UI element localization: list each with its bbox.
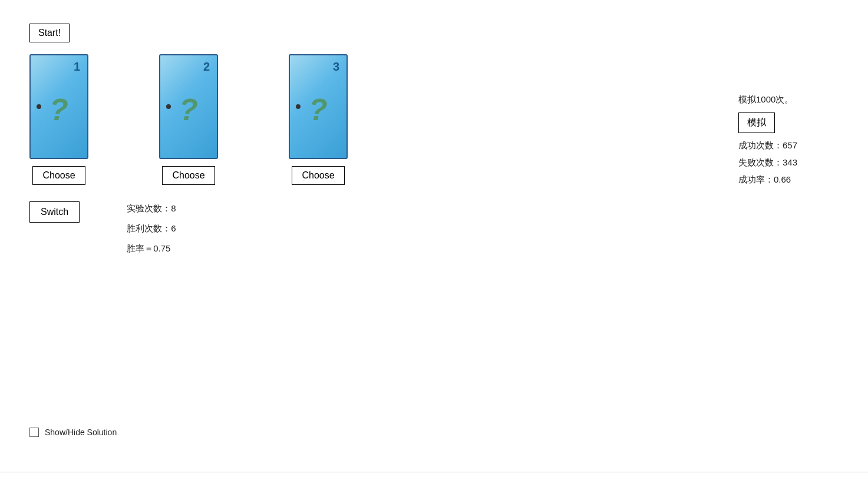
wins-count: 胜利次数：6 [127,221,176,236]
show-hide-label[interactable]: Show/Hide Solution [45,428,117,437]
experiment-count-value: 8 [171,203,176,213]
wins-count-label: 胜利次数： [127,223,171,233]
switch-button[interactable]: Switch [29,201,80,223]
simulation-stats: 成功次数：657 失败次数：343 成功率：0.66 [738,140,797,186]
experiment-count-label: 实验次数： [127,203,171,213]
show-hide-checkbox[interactable] [29,428,39,437]
bottom-section: Show/Hide Solution [29,428,117,437]
wins-count-value: 6 [171,223,176,233]
door-2-knob [166,104,171,109]
simulation-panel: 模拟1000次。 模拟 成功次数：657 失败次数：343 成功率：0.66 [738,94,797,186]
choose-button-1[interactable]: Choose [32,166,85,185]
sim-failure-value: 343 [783,157,797,167]
sim-success-count: 成功次数：657 [738,140,797,151]
choose-button-3[interactable]: Choose [292,166,344,185]
sim-rate-label: 成功率： [738,174,774,184]
bottom-divider [0,472,868,472]
experiment-stats: 实验次数：8 胜利次数：6 胜率＝0.75 [127,201,176,256]
choose-button-2[interactable]: Choose [162,166,214,185]
door-2-number: 2 [203,60,210,74]
win-rate: 胜率＝0.75 [127,241,176,256]
door-3: 3 ? [289,54,348,159]
sim-rate-value: 0.66 [774,174,791,184]
sim-success-label: 成功次数： [738,140,783,150]
win-rate-label: 胜率＝ [127,243,153,253]
start-button[interactable]: Start! [29,24,70,42]
sim-failure-label: 失败次数： [738,157,783,167]
sim-rate: 成功率：0.66 [738,174,797,186]
door-1: 1 ? [29,54,88,159]
door-3-knob [296,104,301,109]
door-2-container: 2 ? Choose [159,54,218,185]
win-rate-value: 0.75 [153,243,170,253]
experiment-count: 实验次数：8 [127,201,176,216]
door-3-container: 3 ? Choose [289,54,348,185]
sim-failure-count: 失败次数：343 [738,157,797,168]
simulation-description: 模拟1000次。 [738,94,797,105]
simulate-button[interactable]: 模拟 [738,112,775,133]
door-1-number: 1 [74,60,80,74]
sim-success-value: 657 [783,140,797,150]
door-2: 2 ? [159,54,218,159]
door-1-knob [37,104,41,109]
door-1-question: ? [49,92,68,127]
door-2-question: ? [179,92,198,127]
door-3-number: 3 [333,60,339,74]
door-1-container: 1 ? Choose [29,54,88,185]
door-3-question: ? [309,92,328,127]
